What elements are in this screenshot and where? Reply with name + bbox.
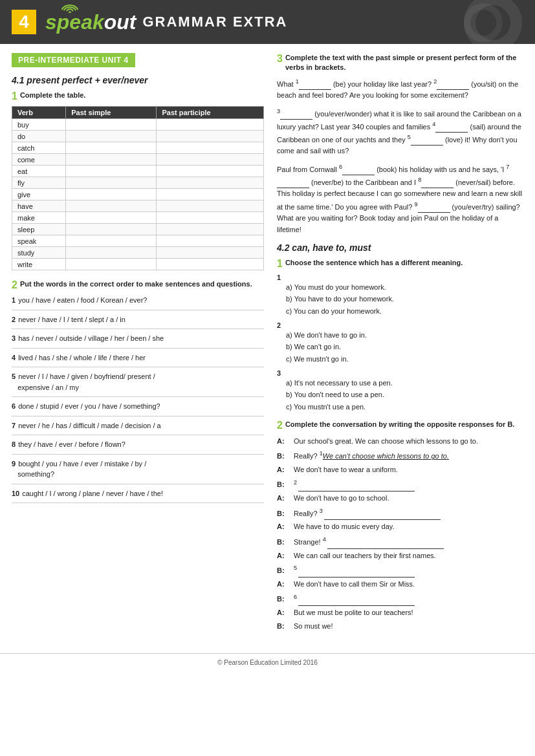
convo-line: B:Really? 3 [277, 506, 523, 520]
col-past-simple: Past simple [66, 107, 157, 119]
task4-number: 1 [277, 258, 283, 270]
verb-cell: catch [12, 142, 66, 154]
text-blank[interactable] [418, 201, 450, 213]
task2-header: 2 Put the words in the correct order to … [12, 279, 264, 291]
task3-text: What 1 (be) your holiday like last year?… [277, 77, 523, 236]
convo-line: A:We have to do music every day. [277, 521, 523, 534]
past-participle-cell [157, 235, 264, 247]
past-participle-cell [157, 200, 264, 212]
convo-text: 6 [294, 592, 523, 606]
task2-list: 1you / have / eaten / food / Korean / ev… [12, 295, 264, 503]
convo-text: We can call our teachers by their first … [294, 550, 523, 563]
item-number: 3 [12, 334, 16, 342]
task1-header: 1 Complete the table. [12, 91, 264, 102]
convo-text: We don't have to go to school. [294, 492, 523, 505]
convo-text: We don't have to call them Sir or Miss. [294, 578, 523, 591]
task3-paragraph: What 1 (be) your holiday like last year?… [277, 77, 523, 102]
past-participle-cell [157, 189, 264, 200]
verb-cell: eat [12, 166, 66, 177]
convo-blank[interactable] [327, 535, 444, 549]
convo-blank[interactable] [298, 592, 415, 606]
section-4-2-title: 4.2 can, have to, must [277, 243, 523, 253]
convo-line: A:We can call our teachers by their firs… [277, 550, 523, 563]
item-number: 7 [12, 422, 16, 429]
task4-item: 3a) It's not necessary to use a pen.b) Y… [277, 369, 523, 413]
past-simple-cell [66, 212, 157, 224]
task3-number: 3 [277, 53, 283, 65]
past-simple-cell [66, 200, 157, 212]
choice-number: 3 [277, 369, 281, 377]
task4-list: 1a) You must do your homework.b) You hav… [277, 274, 523, 413]
past-simple-cell [66, 166, 157, 177]
speaker-label: B: [277, 620, 291, 633]
task1-instruction: Complete the table. [20, 91, 85, 100]
task2-item: 6done / stupid / ever / you / have / som… [12, 401, 264, 416]
convo-blank[interactable] [298, 478, 415, 491]
example-underline: We can't choose which lessons to go to. [323, 452, 449, 460]
item-number: 5 [12, 373, 16, 380]
item-number: 6 [12, 402, 16, 410]
task3-paragraph: 3 (you/ever/wonder) what it is like to s… [277, 107, 523, 157]
verb-cell: have [12, 200, 66, 212]
item-number: 2 [12, 316, 16, 323]
verb-cell: speak [12, 235, 66, 247]
text-blank[interactable] [411, 134, 443, 146]
wifi-icon [60, 4, 80, 13]
choice-options: a) It's not necessary to use a pen.b) Yo… [286, 377, 523, 413]
verb-cell: write [12, 259, 66, 270]
past-simple-cell [66, 142, 157, 154]
speaker-label: B: [277, 536, 291, 549]
text-blank[interactable] [342, 164, 375, 176]
convo-text: Our school's great. We can choose which … [294, 435, 523, 448]
choice-option: c) We mustn't go in. [286, 353, 523, 365]
choice-number: 1 [277, 274, 281, 281]
speaker-label: A: [277, 492, 291, 505]
item-text: done / stupid / ever / you / have / some… [18, 402, 160, 410]
convo-blank[interactable] [298, 564, 415, 578]
text-blank[interactable] [280, 107, 312, 120]
speaker-label: A: [277, 464, 291, 477]
convo-line: B:5 [277, 563, 523, 577]
unit-number: 4 [12, 10, 36, 34]
convo-text: We have to do music every day. [294, 521, 523, 534]
speaker-label: B: [277, 450, 291, 463]
convo-text: 5 [294, 563, 523, 577]
convo-line: A:We don't have to call them Sir or Miss… [277, 578, 523, 591]
text-blank[interactable] [435, 121, 468, 133]
speaker-label: B: [277, 508, 291, 521]
text-blank[interactable] [421, 177, 453, 189]
item-number: 1 [12, 296, 16, 304]
text-blank[interactable] [277, 177, 309, 189]
task4-item: 1a) You must do your homework.b) You hav… [277, 274, 523, 318]
past-simple-cell [66, 119, 157, 131]
speaker-label: A: [277, 521, 291, 534]
convo-blank[interactable] [324, 507, 441, 521]
col-past-participle: Past participle [157, 107, 264, 119]
item-number: 8 [12, 440, 16, 448]
choice-number: 2 [277, 321, 281, 329]
speaker-label: A: [277, 578, 291, 591]
choice-option: c) You can do your homework. [286, 305, 523, 318]
text-blank[interactable] [437, 78, 469, 90]
text-blank[interactable] [299, 78, 331, 90]
item-text: caught / I / wrong / plane / never / hav… [22, 490, 163, 497]
verb-cell: study [12, 247, 66, 259]
verb-cell: buy [12, 119, 66, 131]
task2-item: 9bought / you / have / ever / mistake / … [12, 459, 264, 484]
choice-option: a) We don't have to go in. [286, 329, 523, 341]
speaker-label: A: [277, 607, 291, 620]
past-simple-cell [66, 235, 157, 247]
task4-item: 2a) We don't have to go in.b) We can't g… [277, 321, 523, 365]
verb-cell: give [12, 189, 66, 200]
task2-item: 7never / he / has / difficult / made / d… [12, 420, 264, 436]
item-text: bought / you / have / ever / mistake / b… [12, 460, 146, 479]
convo-text: We don't have to wear a uniform. [294, 464, 523, 477]
header-bar: 4 speakout GRAMMAR EXTRA [0, 0, 535, 44]
convo-line: B:So must we! [277, 620, 523, 633]
speaker-label: B: [277, 565, 291, 578]
past-participle-cell [157, 212, 264, 224]
unit-badge: PRE-INTERMEDIATE UNIT 4 [12, 53, 135, 67]
logo-title: GRAMMAR EXTRA [142, 14, 287, 30]
past-simple-cell [66, 247, 157, 259]
task2-item: 5never / I / have / given / boyfriend/ p… [12, 371, 264, 397]
